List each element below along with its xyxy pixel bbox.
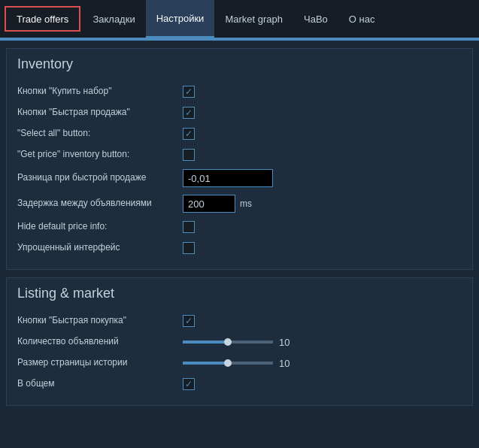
setting-hide-price: Hide default price info: (17, 216, 462, 238)
setting-history-size: Размер страницы истории 10 (17, 353, 462, 374)
delay-label: Задержка между объявлениями (17, 198, 183, 210)
listing-section: Listing & market Кнопки "Быстрая покупка… (6, 277, 473, 406)
ads-count-slider-thumb[interactable] (224, 338, 232, 346)
ads-count-slider-container: 10 (183, 337, 294, 348)
history-size-slider-track[interactable] (183, 362, 273, 365)
setting-get-price: "Get price" inventory button: (17, 144, 462, 165)
setting-ads-count: Количество объявлений 10 (17, 331, 462, 353)
setting-select-all: "Select all" button: (17, 123, 462, 144)
select-all-control (183, 128, 195, 140)
history-size-control: 10 (183, 358, 294, 369)
setting-in-total: В общем (17, 374, 462, 395)
select-all-label: "Select all" button: (17, 128, 183, 140)
setting-quick-buy: Кнопки "Быстрая покупка" (17, 310, 462, 331)
select-all-checkbox[interactable] (183, 128, 195, 140)
in-total-control (183, 378, 195, 390)
hide-price-checkbox[interactable] (183, 221, 195, 233)
listing-section-title: Listing & market (17, 286, 462, 301)
hide-price-label: Hide default price info: (17, 221, 183, 233)
get-price-control (183, 149, 195, 161)
ads-count-value: 10 (279, 337, 294, 348)
quick-sell-diff-control (183, 169, 273, 187)
buy-set-checkbox[interactable] (183, 86, 195, 98)
simplified-ui-label: Упрощенный интерфейс (17, 242, 183, 254)
get-price-checkbox[interactable] (183, 149, 195, 161)
history-size-slider-fill (183, 362, 228, 365)
history-size-label: Размер страницы истории (17, 357, 183, 369)
quick-sell-diff-input[interactable] (183, 169, 273, 187)
inventory-section-title: Inventory (17, 56, 462, 72)
ads-count-label: Количество объявлений (17, 336, 183, 348)
buy-set-label: Кнопки "Купить набор" (17, 86, 183, 98)
history-size-slider-thumb[interactable] (224, 359, 232, 367)
navigation-tabs: Trade offers Закладки Настройки Market g… (0, 0, 479, 39)
delay-input[interactable] (183, 195, 235, 213)
in-total-label: В общем (17, 378, 183, 390)
main-content: Inventory Кнопки "Купить набор" Кнопки "… (0, 41, 479, 448)
quick-buy-control (183, 315, 195, 327)
quick-sell-label: Кнопки "Быстрая продажа" (17, 107, 183, 119)
setting-delay: Задержка между объявлениями ms (17, 191, 462, 216)
hide-price-control (183, 221, 195, 233)
quick-buy-label: Кнопки "Быстрая покупка" (17, 315, 183, 327)
setting-quick-sell-diff: Разница при быстрой продаже (17, 165, 462, 191)
get-price-label: "Get price" inventory button: (17, 149, 183, 161)
tab-faq[interactable]: ЧаВо (293, 0, 338, 38)
setting-buy-set: Кнопки "Купить набор" (17, 81, 462, 102)
tab-about[interactable]: О нас (338, 0, 386, 38)
buy-set-control (183, 86, 195, 98)
setting-simplified-ui: Упрощенный интерфейс (17, 238, 462, 259)
tab-market-graph[interactable]: Market graph (214, 0, 293, 38)
delay-control: ms (183, 195, 252, 213)
ads-count-control: 10 (183, 337, 294, 348)
quick-buy-checkbox[interactable] (183, 315, 195, 327)
history-size-slider-container: 10 (183, 358, 294, 369)
history-size-value: 10 (279, 358, 294, 369)
tab-trade-offers[interactable]: Trade offers (5, 6, 80, 32)
inventory-section: Inventory Кнопки "Купить набор" Кнопки "… (6, 48, 473, 270)
simplified-ui-checkbox[interactable] (183, 242, 195, 254)
quick-sell-control (183, 107, 195, 119)
simplified-ui-control (183, 242, 195, 254)
delay-unit: ms (240, 198, 252, 209)
tab-bookmarks[interactable]: Закладки (82, 0, 145, 38)
quick-sell-diff-label: Разница при быстрой продаже (17, 172, 183, 184)
ads-count-slider-track[interactable] (183, 341, 273, 344)
in-total-checkbox[interactable] (183, 378, 195, 390)
tab-settings[interactable]: Настройки (146, 0, 215, 38)
setting-quick-sell: Кнопки "Быстрая продажа" (17, 102, 462, 123)
quick-sell-checkbox[interactable] (183, 107, 195, 119)
ads-count-slider-fill (183, 341, 228, 344)
